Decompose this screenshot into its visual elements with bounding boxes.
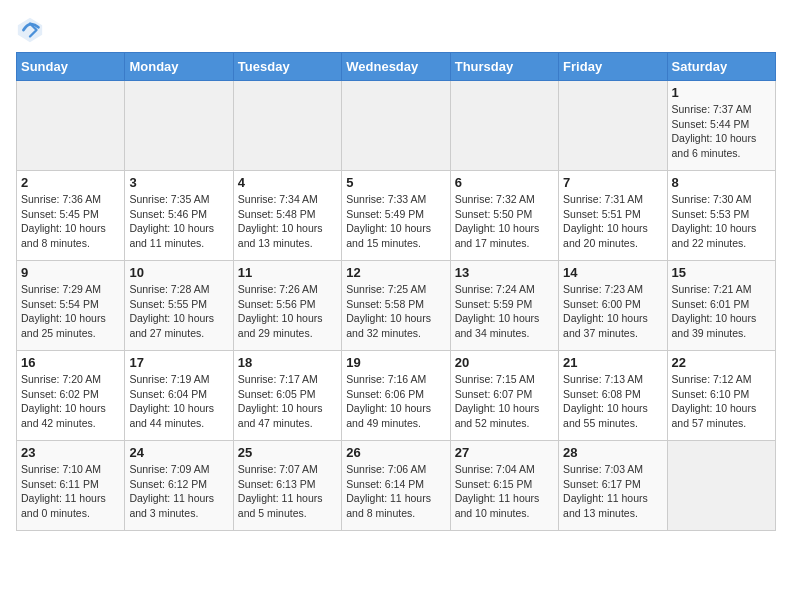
calendar-cell — [125, 81, 233, 171]
day-info: Sunrise: 7:30 AM Sunset: 5:53 PM Dayligh… — [672, 192, 771, 251]
day-number: 28 — [563, 445, 662, 460]
calendar-cell: 11Sunrise: 7:26 AM Sunset: 5:56 PM Dayli… — [233, 261, 341, 351]
day-number: 3 — [129, 175, 228, 190]
calendar-cell: 7Sunrise: 7:31 AM Sunset: 5:51 PM Daylig… — [559, 171, 667, 261]
day-info: Sunrise: 7:29 AM Sunset: 5:54 PM Dayligh… — [21, 282, 120, 341]
day-number: 26 — [346, 445, 445, 460]
day-info: Sunrise: 7:15 AM Sunset: 6:07 PM Dayligh… — [455, 372, 554, 431]
calendar-cell: 26Sunrise: 7:06 AM Sunset: 6:14 PM Dayli… — [342, 441, 450, 531]
calendar-cell: 27Sunrise: 7:04 AM Sunset: 6:15 PM Dayli… — [450, 441, 558, 531]
calendar-cell: 20Sunrise: 7:15 AM Sunset: 6:07 PM Dayli… — [450, 351, 558, 441]
day-number: 16 — [21, 355, 120, 370]
calendar-cell: 6Sunrise: 7:32 AM Sunset: 5:50 PM Daylig… — [450, 171, 558, 261]
header-cell-thursday: Thursday — [450, 53, 558, 81]
day-number: 17 — [129, 355, 228, 370]
day-number: 18 — [238, 355, 337, 370]
day-number: 9 — [21, 265, 120, 280]
day-info: Sunrise: 7:04 AM Sunset: 6:15 PM Dayligh… — [455, 462, 554, 521]
day-info: Sunrise: 7:32 AM Sunset: 5:50 PM Dayligh… — [455, 192, 554, 251]
day-number: 7 — [563, 175, 662, 190]
calendar-cell: 21Sunrise: 7:13 AM Sunset: 6:08 PM Dayli… — [559, 351, 667, 441]
day-info: Sunrise: 7:37 AM Sunset: 5:44 PM Dayligh… — [672, 102, 771, 161]
header-row: SundayMondayTuesdayWednesdayThursdayFrid… — [17, 53, 776, 81]
calendar-cell — [233, 81, 341, 171]
calendar-cell — [559, 81, 667, 171]
day-number: 13 — [455, 265, 554, 280]
week-row-4: 16Sunrise: 7:20 AM Sunset: 6:02 PM Dayli… — [17, 351, 776, 441]
day-number: 20 — [455, 355, 554, 370]
day-info: Sunrise: 7:16 AM Sunset: 6:06 PM Dayligh… — [346, 372, 445, 431]
calendar-cell — [342, 81, 450, 171]
day-number: 27 — [455, 445, 554, 460]
day-number: 22 — [672, 355, 771, 370]
day-number: 19 — [346, 355, 445, 370]
calendar-cell: 17Sunrise: 7:19 AM Sunset: 6:04 PM Dayli… — [125, 351, 233, 441]
calendar-cell: 19Sunrise: 7:16 AM Sunset: 6:06 PM Dayli… — [342, 351, 450, 441]
day-info: Sunrise: 7:20 AM Sunset: 6:02 PM Dayligh… — [21, 372, 120, 431]
day-info: Sunrise: 7:07 AM Sunset: 6:13 PM Dayligh… — [238, 462, 337, 521]
calendar-cell: 18Sunrise: 7:17 AM Sunset: 6:05 PM Dayli… — [233, 351, 341, 441]
week-row-5: 23Sunrise: 7:10 AM Sunset: 6:11 PM Dayli… — [17, 441, 776, 531]
day-number: 21 — [563, 355, 662, 370]
day-number: 24 — [129, 445, 228, 460]
week-row-3: 9Sunrise: 7:29 AM Sunset: 5:54 PM Daylig… — [17, 261, 776, 351]
calendar-cell: 25Sunrise: 7:07 AM Sunset: 6:13 PM Dayli… — [233, 441, 341, 531]
calendar-cell — [17, 81, 125, 171]
day-number: 1 — [672, 85, 771, 100]
header-cell-tuesday: Tuesday — [233, 53, 341, 81]
calendar-cell: 22Sunrise: 7:12 AM Sunset: 6:10 PM Dayli… — [667, 351, 775, 441]
calendar-table: SundayMondayTuesdayWednesdayThursdayFrid… — [16, 52, 776, 531]
day-info: Sunrise: 7:03 AM Sunset: 6:17 PM Dayligh… — [563, 462, 662, 521]
calendar-cell: 16Sunrise: 7:20 AM Sunset: 6:02 PM Dayli… — [17, 351, 125, 441]
logo — [16, 16, 48, 44]
day-number: 4 — [238, 175, 337, 190]
calendar-header: SundayMondayTuesdayWednesdayThursdayFrid… — [17, 53, 776, 81]
svg-marker-0 — [18, 18, 42, 42]
day-info: Sunrise: 7:06 AM Sunset: 6:14 PM Dayligh… — [346, 462, 445, 521]
day-number: 5 — [346, 175, 445, 190]
calendar-cell: 15Sunrise: 7:21 AM Sunset: 6:01 PM Dayli… — [667, 261, 775, 351]
day-info: Sunrise: 7:35 AM Sunset: 5:46 PM Dayligh… — [129, 192, 228, 251]
day-info: Sunrise: 7:31 AM Sunset: 5:51 PM Dayligh… — [563, 192, 662, 251]
header-cell-friday: Friday — [559, 53, 667, 81]
header-cell-sunday: Sunday — [17, 53, 125, 81]
header-cell-wednesday: Wednesday — [342, 53, 450, 81]
day-number: 10 — [129, 265, 228, 280]
day-info: Sunrise: 7:24 AM Sunset: 5:59 PM Dayligh… — [455, 282, 554, 341]
day-number: 8 — [672, 175, 771, 190]
day-info: Sunrise: 7:17 AM Sunset: 6:05 PM Dayligh… — [238, 372, 337, 431]
day-number: 2 — [21, 175, 120, 190]
day-info: Sunrise: 7:13 AM Sunset: 6:08 PM Dayligh… — [563, 372, 662, 431]
calendar-cell: 3Sunrise: 7:35 AM Sunset: 5:46 PM Daylig… — [125, 171, 233, 261]
calendar-cell: 1Sunrise: 7:37 AM Sunset: 5:44 PM Daylig… — [667, 81, 775, 171]
day-info: Sunrise: 7:33 AM Sunset: 5:49 PM Dayligh… — [346, 192, 445, 251]
day-info: Sunrise: 7:25 AM Sunset: 5:58 PM Dayligh… — [346, 282, 445, 341]
day-info: Sunrise: 7:34 AM Sunset: 5:48 PM Dayligh… — [238, 192, 337, 251]
calendar-cell: 9Sunrise: 7:29 AM Sunset: 5:54 PM Daylig… — [17, 261, 125, 351]
calendar-cell: 8Sunrise: 7:30 AM Sunset: 5:53 PM Daylig… — [667, 171, 775, 261]
day-number: 23 — [21, 445, 120, 460]
calendar-cell: 23Sunrise: 7:10 AM Sunset: 6:11 PM Dayli… — [17, 441, 125, 531]
day-info: Sunrise: 7:19 AM Sunset: 6:04 PM Dayligh… — [129, 372, 228, 431]
day-info: Sunrise: 7:36 AM Sunset: 5:45 PM Dayligh… — [21, 192, 120, 251]
day-number: 6 — [455, 175, 554, 190]
day-number: 14 — [563, 265, 662, 280]
day-info: Sunrise: 7:09 AM Sunset: 6:12 PM Dayligh… — [129, 462, 228, 521]
header-cell-saturday: Saturday — [667, 53, 775, 81]
day-number: 12 — [346, 265, 445, 280]
day-info: Sunrise: 7:28 AM Sunset: 5:55 PM Dayligh… — [129, 282, 228, 341]
day-info: Sunrise: 7:21 AM Sunset: 6:01 PM Dayligh… — [672, 282, 771, 341]
page-header — [16, 16, 776, 44]
calendar-cell: 24Sunrise: 7:09 AM Sunset: 6:12 PM Dayli… — [125, 441, 233, 531]
day-number: 15 — [672, 265, 771, 280]
logo-icon — [16, 16, 44, 44]
calendar-cell: 12Sunrise: 7:25 AM Sunset: 5:58 PM Dayli… — [342, 261, 450, 351]
day-info: Sunrise: 7:23 AM Sunset: 6:00 PM Dayligh… — [563, 282, 662, 341]
day-number: 11 — [238, 265, 337, 280]
header-cell-monday: Monday — [125, 53, 233, 81]
calendar-cell — [667, 441, 775, 531]
day-info: Sunrise: 7:12 AM Sunset: 6:10 PM Dayligh… — [672, 372, 771, 431]
calendar-cell: 13Sunrise: 7:24 AM Sunset: 5:59 PM Dayli… — [450, 261, 558, 351]
day-number: 25 — [238, 445, 337, 460]
calendar-cell: 2Sunrise: 7:36 AM Sunset: 5:45 PM Daylig… — [17, 171, 125, 261]
